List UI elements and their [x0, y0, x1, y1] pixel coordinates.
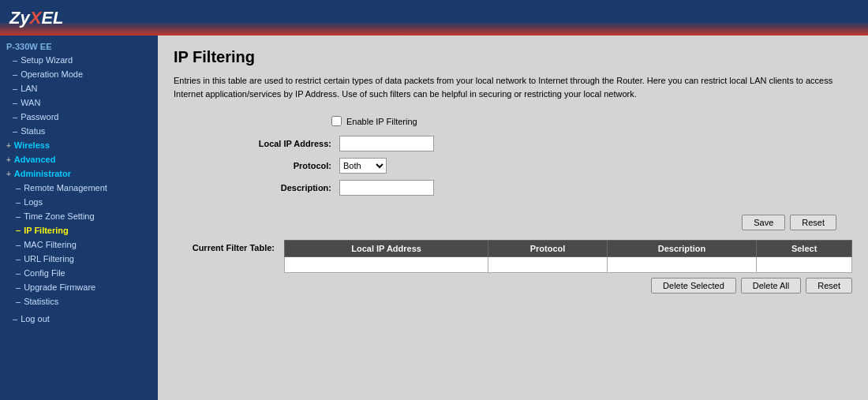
sidebar-item-lan[interactable]: – LAN	[0, 81, 158, 95]
logo-el: EL	[41, 8, 63, 28]
empty-cell-4	[757, 257, 852, 273]
col-description: Description	[607, 241, 756, 257]
sidebar-dash: –	[13, 84, 17, 93]
sidebar-dash: –	[16, 268, 21, 278]
form-area: Enable IP Filtering Local IP Address: Pr…	[174, 113, 852, 208]
protocol-row: Protocol: Both TCP UDP	[174, 158, 852, 174]
page-description: Entries in this table are used to restri…	[174, 74, 852, 100]
main-content: IP Filtering Entries in this table are u…	[158, 36, 868, 400]
description-row: Description:	[174, 180, 852, 196]
empty-cell-3	[607, 257, 756, 273]
sidebar-dash: –	[13, 126, 17, 136]
sidebar-item-wan[interactable]: – WAN	[0, 95, 158, 110]
logo: ZyXEL	[9, 8, 64, 28]
table-buttons: Delete Selected Delete All Reset	[284, 278, 852, 293]
sidebar-item-upgrade-firmware[interactable]: – Upgrade Firmware	[0, 280, 158, 294]
description-field-label: Description:	[237, 183, 339, 193]
form-buttons: Save Reset	[174, 215, 852, 230]
sidebar-item-password[interactable]: – Password	[0, 110, 158, 124]
protocol-label: Protocol:	[237, 161, 339, 170]
table-reset-button[interactable]: Reset	[806, 278, 852, 293]
sidebar-item-setup-wizard[interactable]: – Setup Wizard	[0, 53, 158, 67]
enable-ip-filtering-label[interactable]: Enable IP Filtering	[331, 116, 417, 126]
sidebar-dash: –	[13, 55, 17, 65]
reset-button[interactable]: Reset	[790, 215, 836, 230]
sidebar-dash: –	[16, 297, 21, 306]
filter-table: Local IP Address Protocol Description Se…	[284, 240, 852, 273]
sidebar-item-wireless[interactable]: + Wireless	[0, 138, 158, 152]
plus-icon-advanced: +	[6, 155, 11, 164]
sidebar-item-logs[interactable]: – Logs	[0, 195, 158, 209]
plus-icon-wireless: +	[6, 141, 11, 150]
sidebar-item-advanced[interactable]: + Advanced	[0, 152, 158, 166]
sidebar-item-time-zone[interactable]: – Time Zone Setting	[0, 209, 158, 223]
sidebar-dash: –	[13, 69, 17, 79]
enable-row: Enable IP Filtering	[174, 116, 852, 126]
local-ip-row: Local IP Address:	[174, 136, 852, 151]
page-title: IP Filtering	[174, 48, 852, 66]
sidebar-dash: –	[16, 226, 21, 235]
filter-table-row: Current Filter Table: Local IP Address P…	[174, 240, 852, 293]
sidebar: P-330W EE – Setup Wizard – Operation Mod…	[0, 36, 158, 400]
sidebar-dash: –	[13, 314, 17, 323]
logo-x: X	[30, 8, 42, 28]
save-button[interactable]: Save	[742, 215, 785, 230]
sidebar-item-ip-filtering[interactable]: – IP Filtering	[0, 223, 158, 237]
sidebar-item-mac-filtering[interactable]: – MAC Filtering	[0, 237, 158, 252]
delete-all-button[interactable]: Delete All	[741, 278, 801, 293]
sidebar-dash: –	[13, 112, 17, 121]
sidebar-item-statistics[interactable]: – Statistics	[0, 294, 158, 308]
logo-zy: Zy	[9, 8, 30, 28]
table-empty-row	[285, 257, 852, 273]
device-label: P-330W EE	[0, 39, 158, 53]
col-local-ip: Local IP Address	[285, 241, 488, 257]
sidebar-dash: –	[16, 197, 21, 207]
sidebar-item-operation-mode[interactable]: – Operation Mode	[0, 67, 158, 81]
filter-table-wrap: Local IP Address Protocol Description Se…	[284, 240, 852, 293]
enable-ip-filtering-checkbox[interactable]	[331, 116, 342, 126]
header: ZyXEL	[0, 0, 868, 36]
layout: P-330W EE – Setup Wizard – Operation Mod…	[0, 36, 868, 400]
local-ip-label: Local IP Address:	[237, 139, 339, 148]
sidebar-item-status[interactable]: – Status	[0, 124, 158, 138]
delete-selected-button[interactable]: Delete Selected	[651, 278, 736, 293]
plus-icon-admin: +	[6, 170, 11, 178]
empty-cell-1	[285, 257, 488, 273]
sidebar-dash: –	[16, 183, 21, 193]
sidebar-dash: –	[16, 240, 21, 249]
col-protocol: Protocol	[488, 241, 608, 257]
protocol-select[interactable]: Both TCP UDP	[339, 158, 387, 174]
sidebar-dash: –	[16, 211, 21, 221]
sidebar-item-url-filtering[interactable]: – URL Filtering	[0, 252, 158, 266]
sidebar-dash: –	[16, 254, 21, 264]
filter-table-label: Current Filter Table:	[174, 240, 284, 252]
sidebar-item-logout[interactable]: – Log out	[0, 312, 158, 326]
sidebar-item-config-file[interactable]: – Config File	[0, 266, 158, 280]
local-ip-input[interactable]	[339, 136, 434, 151]
sidebar-dash: –	[16, 282, 21, 292]
sidebar-item-administrator[interactable]: + Administrator	[0, 166, 158, 181]
sidebar-item-remote-management[interactable]: – Remote Management	[0, 181, 158, 195]
sidebar-dash: –	[13, 98, 17, 107]
empty-cell-2	[488, 257, 608, 273]
col-select: Select	[757, 241, 852, 257]
filter-section: Current Filter Table: Local IP Address P…	[174, 240, 852, 293]
description-input[interactable]	[339, 180, 434, 196]
